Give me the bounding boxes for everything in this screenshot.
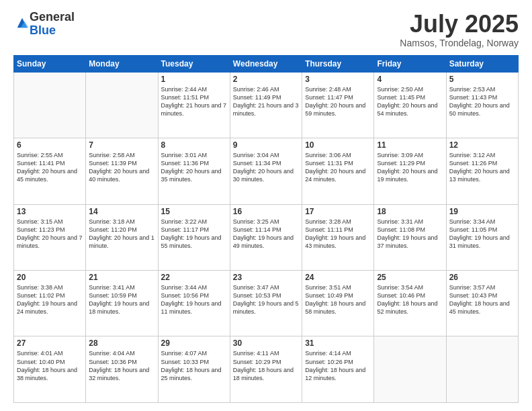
calendar-table: SundayMondayTuesdayWednesdayThursdayFrid…	[13, 55, 519, 403]
day-number: 30	[233, 338, 299, 348]
calendar-week-5: 27Sunrise: 4:01 AM Sunset: 10:40 PM Dayl…	[14, 336, 519, 403]
day-number: 24	[305, 273, 371, 282]
day-info: Sunrise: 3:54 AM Sunset: 10:46 PM Daylig…	[377, 283, 443, 316]
day-info: Sunrise: 3:04 AM Sunset: 11:34 PM Daylig…	[233, 151, 299, 184]
logo: General Blue	[13, 11, 75, 38]
day-info: Sunrise: 4:04 AM Sunset: 10:36 PM Daylig…	[89, 349, 154, 382]
weekday-header-thursday: Thursday	[302, 55, 374, 72]
day-number: 21	[89, 273, 154, 282]
day-info: Sunrise: 2:46 AM Sunset: 11:49 PM Daylig…	[233, 85, 299, 118]
day-number: 18	[377, 207, 443, 216]
calendar-cell: 25Sunrise: 3:54 AM Sunset: 10:46 PM Dayl…	[374, 271, 446, 336]
calendar-cell	[374, 336, 446, 403]
day-number: 10	[305, 140, 371, 150]
calendar-cell: 2Sunrise: 2:46 AM Sunset: 11:49 PM Dayli…	[230, 72, 302, 138]
calendar-cell	[86, 72, 158, 138]
day-info: Sunrise: 2:44 AM Sunset: 11:51 PM Daylig…	[161, 85, 227, 118]
day-info: Sunrise: 3:44 AM Sunset: 10:56 PM Daylig…	[161, 283, 227, 316]
day-number: 7	[89, 140, 154, 150]
day-info: Sunrise: 4:01 AM Sunset: 10:40 PM Daylig…	[17, 349, 83, 382]
day-info: Sunrise: 3:06 AM Sunset: 11:31 PM Daylig…	[305, 151, 371, 184]
calendar-cell: 18Sunrise: 3:31 AM Sunset: 11:08 PM Dayl…	[374, 204, 446, 270]
calendar-cell: 14Sunrise: 3:18 AM Sunset: 11:20 PM Dayl…	[86, 204, 158, 270]
calendar-week-1: 1Sunrise: 2:44 AM Sunset: 11:51 PM Dayli…	[14, 72, 519, 138]
day-info: Sunrise: 2:58 AM Sunset: 11:39 PM Daylig…	[89, 151, 154, 184]
day-info: Sunrise: 2:48 AM Sunset: 11:47 PM Daylig…	[305, 85, 371, 118]
weekday-header-saturday: Saturday	[446, 55, 518, 72]
calendar-cell: 5Sunrise: 2:53 AM Sunset: 11:43 PM Dayli…	[446, 72, 518, 138]
day-number: 27	[17, 338, 83, 348]
day-number: 2	[233, 75, 299, 84]
day-info: Sunrise: 3:09 AM Sunset: 11:29 PM Daylig…	[377, 151, 443, 184]
day-info: Sunrise: 3:22 AM Sunset: 11:17 PM Daylig…	[161, 218, 227, 250]
calendar-cell: 22Sunrise: 3:44 AM Sunset: 10:56 PM Dayl…	[158, 271, 230, 336]
calendar-cell: 8Sunrise: 3:01 AM Sunset: 11:36 PM Dayli…	[158, 138, 230, 204]
calendar-cell: 23Sunrise: 3:47 AM Sunset: 10:53 PM Dayl…	[230, 271, 302, 336]
calendar-cell: 27Sunrise: 4:01 AM Sunset: 10:40 PM Dayl…	[14, 336, 86, 403]
day-info: Sunrise: 3:41 AM Sunset: 10:59 PM Daylig…	[89, 283, 154, 316]
day-info: Sunrise: 2:53 AM Sunset: 11:43 PM Daylig…	[449, 85, 515, 118]
day-number: 15	[161, 207, 227, 216]
day-info: Sunrise: 3:12 AM Sunset: 11:26 PM Daylig…	[449, 151, 515, 184]
day-number: 8	[161, 140, 227, 150]
day-info: Sunrise: 3:51 AM Sunset: 10:49 PM Daylig…	[305, 283, 371, 316]
day-number: 12	[449, 140, 515, 150]
calendar-cell: 17Sunrise: 3:28 AM Sunset: 11:11 PM Dayl…	[302, 204, 374, 270]
day-number: 6	[17, 140, 83, 150]
day-info: Sunrise: 3:38 AM Sunset: 11:02 PM Daylig…	[17, 283, 83, 316]
location-subtitle: Namsos, Trondelag, Norway	[400, 38, 519, 48]
calendar-cell: 1Sunrise: 2:44 AM Sunset: 11:51 PM Dayli…	[158, 72, 230, 138]
calendar-cell: 10Sunrise: 3:06 AM Sunset: 11:31 PM Dayl…	[302, 138, 374, 204]
day-info: Sunrise: 3:57 AM Sunset: 10:43 PM Daylig…	[449, 283, 515, 316]
day-info: Sunrise: 4:07 AM Sunset: 10:33 PM Daylig…	[161, 349, 227, 382]
day-info: Sunrise: 3:01 AM Sunset: 11:36 PM Daylig…	[161, 151, 227, 184]
day-info: Sunrise: 3:31 AM Sunset: 11:08 PM Daylig…	[377, 218, 443, 250]
calendar-cell: 28Sunrise: 4:04 AM Sunset: 10:36 PM Dayl…	[86, 336, 158, 403]
calendar-cell: 24Sunrise: 3:51 AM Sunset: 10:49 PM Dayl…	[302, 271, 374, 336]
day-number: 22	[161, 273, 227, 282]
calendar-cell: 7Sunrise: 2:58 AM Sunset: 11:39 PM Dayli…	[86, 138, 158, 204]
logo-blue-text: Blue	[30, 24, 56, 37]
day-number: 19	[449, 207, 515, 216]
weekday-header-tuesday: Tuesday	[158, 55, 230, 72]
day-number: 29	[161, 338, 227, 348]
calendar-cell	[446, 336, 518, 403]
day-info: Sunrise: 2:55 AM Sunset: 11:41 PM Daylig…	[17, 151, 83, 184]
day-number: 4	[377, 75, 443, 84]
calendar-cell: 3Sunrise: 2:48 AM Sunset: 11:47 PM Dayli…	[302, 72, 374, 138]
calendar-cell: 11Sunrise: 3:09 AM Sunset: 11:29 PM Dayl…	[374, 138, 446, 204]
day-number: 25	[377, 273, 443, 282]
calendar-cell: 26Sunrise: 3:57 AM Sunset: 10:43 PM Dayl…	[446, 271, 518, 336]
calendar-cell: 31Sunrise: 4:14 AM Sunset: 10:26 PM Dayl…	[302, 336, 374, 403]
day-info: Sunrise: 3:34 AM Sunset: 11:05 PM Daylig…	[449, 218, 515, 250]
calendar-cell: 21Sunrise: 3:41 AM Sunset: 10:59 PM Dayl…	[86, 271, 158, 336]
day-info: Sunrise: 3:15 AM Sunset: 11:23 PM Daylig…	[17, 218, 83, 250]
day-info: Sunrise: 4:14 AM Sunset: 10:26 PM Daylig…	[305, 349, 371, 382]
calendar-cell: 9Sunrise: 3:04 AM Sunset: 11:34 PM Dayli…	[230, 138, 302, 204]
weekday-header-monday: Monday	[86, 55, 158, 72]
calendar-cell: 15Sunrise: 3:22 AM Sunset: 11:17 PM Dayl…	[158, 204, 230, 270]
day-number: 17	[305, 207, 371, 216]
day-info: Sunrise: 2:50 AM Sunset: 11:45 PM Daylig…	[377, 85, 443, 118]
day-info: Sunrise: 3:25 AM Sunset: 11:14 PM Daylig…	[233, 218, 299, 250]
logo-icon	[15, 15, 30, 30]
weekday-header-friday: Friday	[374, 55, 446, 72]
calendar-cell: 6Sunrise: 2:55 AM Sunset: 11:41 PM Dayli…	[14, 138, 86, 204]
calendar-week-2: 6Sunrise: 2:55 AM Sunset: 11:41 PM Dayli…	[14, 138, 519, 204]
day-number: 31	[305, 338, 371, 348]
day-number: 16	[233, 207, 299, 216]
day-number: 13	[17, 207, 83, 216]
month-title: July 2025	[400, 11, 519, 38]
calendar-cell: 30Sunrise: 4:11 AM Sunset: 10:29 PM Dayl…	[230, 336, 302, 403]
day-number: 14	[89, 207, 154, 216]
weekday-header-row: SundayMondayTuesdayWednesdayThursdayFrid…	[14, 55, 519, 72]
calendar-cell: 19Sunrise: 3:34 AM Sunset: 11:05 PM Dayl…	[446, 204, 518, 270]
day-number: 11	[377, 140, 443, 150]
calendar-cell: 13Sunrise: 3:15 AM Sunset: 11:23 PM Dayl…	[14, 204, 86, 270]
day-number: 3	[305, 75, 371, 84]
day-number: 23	[233, 273, 299, 282]
day-number: 9	[233, 140, 299, 150]
day-info: Sunrise: 4:11 AM Sunset: 10:29 PM Daylig…	[233, 349, 299, 382]
calendar-cell: 20Sunrise: 3:38 AM Sunset: 11:02 PM Dayl…	[14, 271, 86, 336]
calendar-cell: 29Sunrise: 4:07 AM Sunset: 10:33 PM Dayl…	[158, 336, 230, 403]
